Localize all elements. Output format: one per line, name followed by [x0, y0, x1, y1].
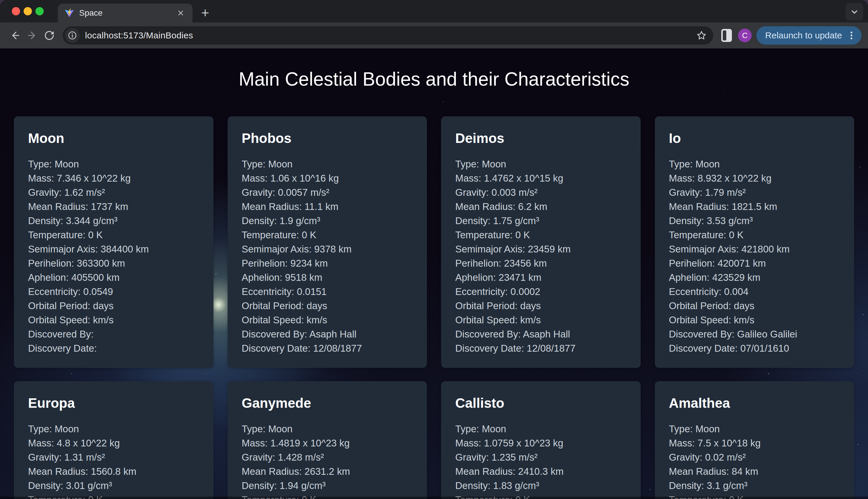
card-field: Type: Moon: [669, 422, 840, 436]
card-field: Orbital Speed: km/s: [28, 313, 199, 327]
card-field: Eccentricity: 0.0151: [242, 285, 413, 299]
card-field: Temperature: 0 K: [28, 228, 199, 242]
card-field: Aphelion: 9518 km: [242, 270, 413, 285]
card-field: Mass: 8.932 x 10^22 kg: [669, 171, 840, 185]
card-field: Mean Radius: 2631.2 km: [242, 464, 413, 479]
card-field: Mass: 1.06 x 10^16 kg: [242, 171, 413, 185]
tab-close-icon[interactable]: [175, 8, 186, 18]
card-field: Mass: 1.4819 x 10^23 kg: [242, 436, 413, 450]
card-field: Mass: 1.0759 x 10^23 kg: [455, 436, 626, 450]
card-field: Temperature: 0 K: [669, 493, 840, 499]
card-field: Mean Radius: 1821.5 km: [669, 199, 840, 214]
body-card-moon: Moon Type: MoonMass: 7.346 x 10^22 kgGra…: [14, 116, 213, 368]
card-field: Orbital Speed: km/s: [455, 313, 626, 327]
screen: { "browser": { "tab": { "title": "Space"…: [0, 0, 868, 499]
site-info-button[interactable]: [65, 28, 80, 43]
card-field: Semimajor Axis: 9378 km: [242, 242, 413, 256]
url-text[interactable]: localhost:5173/MainBodies: [85, 31, 696, 40]
card-field: Mass: 1.4762 x 10^15 kg: [455, 171, 626, 185]
browser-menu-dots-icon[interactable]: [846, 29, 857, 41]
card-field: Type: Moon: [455, 422, 626, 436]
card-field: Discovery Date: 07/01/1610: [669, 341, 840, 355]
card-title: Moon: [28, 130, 199, 146]
card-field: Mean Radius: 2410.3 km: [455, 464, 626, 479]
card-field: Orbital Period: days: [242, 299, 413, 313]
card-field: Gravity: 0.003 m/s²: [455, 185, 626, 199]
vite-favicon-icon: [64, 8, 74, 18]
card-field: Mean Radius: 6.2 km: [455, 199, 626, 214]
card-field: Density: 3.344 g/cm³: [28, 214, 199, 228]
card-field: Gravity: 1.235 m/s²: [455, 450, 626, 464]
body-card-europa: Europa Type: MoonMass: 4.8 x 10^22 kgGra…: [14, 381, 213, 499]
card-field: Type: Moon: [242, 422, 413, 436]
card-field: Orbital Period: days: [669, 299, 840, 313]
side-panel-button[interactable]: [718, 27, 735, 44]
body-card-amalthea: Amalthea Type: MoonMass: 7.5 x 10^18 kgG…: [655, 381, 854, 499]
body-card-callisto: Callisto Type: MoonMass: 1.0759 x 10^23 …: [441, 381, 641, 499]
body-card-phobos: Phobos Type: MoonMass: 1.06 x 10^16 kgGr…: [228, 116, 427, 368]
card-field: Density: 1.9 g/cm³: [242, 214, 413, 228]
cards-grid: Moon Type: MoonMass: 7.346 x 10^22 kgGra…: [0, 116, 868, 499]
bookmark-star-button[interactable]: [696, 29, 707, 41]
profile-avatar[interactable]: C: [738, 29, 752, 42]
card-field: Mass: 4.8 x 10^22 kg: [28, 436, 199, 450]
card-field: Temperature: 0 K: [242, 228, 413, 242]
card-field: Type: Moon: [455, 157, 626, 171]
body-card-deimos: Deimos Type: MoonMass: 1.4762 x 10^15 kg…: [441, 116, 641, 368]
card-field: Semimajor Axis: 384400 km: [28, 242, 199, 256]
card-field: Gravity: 1.62 m/s²: [28, 185, 199, 199]
card-title: Amalthea: [669, 395, 840, 411]
card-field: Density: 1.75 g/cm³: [455, 214, 626, 228]
forward-button[interactable]: [24, 27, 41, 44]
fullscreen-window-button[interactable]: [35, 7, 44, 15]
url-bar[interactable]: localhost:5173/MainBodies: [63, 26, 713, 45]
card-field: Discovered By: Asaph Hall: [455, 327, 626, 341]
card-field: Orbital Period: days: [455, 299, 626, 313]
card-field: Mass: 7.5 x 10^18 kg: [669, 436, 840, 450]
tab-strip: Space +: [0, 0, 868, 22]
card-field: Temperature: 0 K: [455, 228, 626, 242]
card-field: Eccentricity: 0.0002: [455, 285, 626, 299]
relaunch-to-update-button[interactable]: Relaunch to update: [756, 26, 861, 45]
card-field: Discovered By:: [28, 327, 199, 341]
page-content: Main Celestial Bodies and their Characte…: [0, 48, 868, 499]
back-button[interactable]: [7, 27, 24, 44]
tab-space[interactable]: Space: [58, 3, 193, 22]
relaunch-label: Relaunch to update: [765, 31, 842, 40]
card-field: Mean Radius: 84 km: [669, 464, 840, 479]
card-field: Density: 3.53 g/cm³: [669, 214, 840, 228]
card-field: Orbital Speed: km/s: [242, 313, 413, 327]
card-field: Type: Moon: [242, 157, 413, 171]
card-field: Perihelion: 9234 km: [242, 256, 413, 270]
forward-arrow-icon: [27, 30, 38, 41]
reload-button[interactable]: [41, 27, 58, 44]
close-window-button[interactable]: [12, 7, 20, 15]
back-arrow-icon: [10, 30, 21, 41]
reload-icon: [44, 30, 55, 41]
card-field: Semimajor Axis: 23459 km: [455, 242, 626, 256]
new-tab-button[interactable]: +: [197, 4, 214, 21]
card-field: Aphelion: 423529 km: [669, 270, 840, 285]
page-title: Main Celestial Bodies and their Characte…: [0, 48, 868, 91]
card-field: Temperature: 0 K: [242, 493, 413, 499]
card-field: Temperature: 0 K: [28, 493, 199, 499]
card-title: Callisto: [455, 395, 626, 411]
card-field: Discovery Date: 12/08/1877: [242, 341, 413, 355]
card-field: Type: Moon: [28, 157, 199, 171]
card-title: Io: [669, 130, 840, 146]
card-field: Discovery Date:: [28, 341, 199, 355]
card-field: Mean Radius: 1737 km: [28, 199, 199, 214]
body-card-io: Io Type: MoonMass: 8.932 x 10^22 kgGravi…: [655, 116, 854, 368]
card-field: Temperature: 0 K: [669, 228, 840, 242]
window-controls: [12, 7, 44, 15]
minimize-window-button[interactable]: [24, 7, 32, 15]
browser-toolbar: localhost:5173/MainBodies C Relaunch to …: [0, 22, 868, 48]
card-title: Ganymede: [242, 395, 413, 411]
card-field: Temperature: 0 K: [455, 493, 626, 499]
card-field: Discovery Date: 12/08/1877: [455, 341, 626, 355]
card-field: Type: Moon: [669, 157, 840, 171]
card-field: Perihelion: 363300 km: [28, 256, 199, 270]
tab-list-chevron-button[interactable]: [846, 3, 863, 21]
card-field: Gravity: 1.79 m/s²: [669, 185, 840, 199]
card-field: Type: Moon: [28, 422, 199, 436]
